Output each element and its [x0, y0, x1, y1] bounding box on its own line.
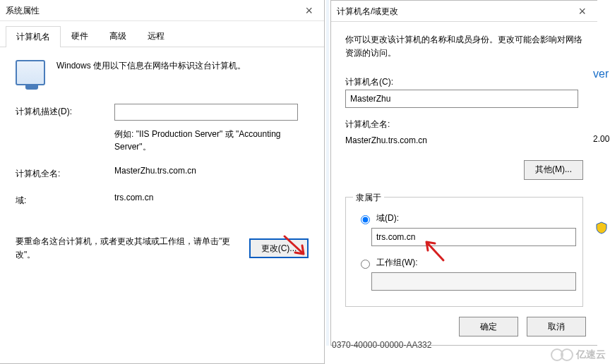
- computer-name-label: 计算机名(C):: [345, 75, 583, 89]
- computer-icon: [16, 60, 45, 85]
- rename-text: 要重命名这台计算机，或者更改其域或工作组，请单击"更改"。: [16, 235, 238, 262]
- domain-label: 域:: [16, 193, 114, 207]
- close-icon[interactable]: ×: [299, 0, 318, 21]
- domain-change-dialog: 计算机名/域更改 × 你可以更改该计算机的名称和成员身份。更改可能会影响对网络资…: [330, 0, 597, 346]
- workgroup-input: [371, 272, 576, 291]
- fieldset-legend: 隶属于: [353, 191, 384, 205]
- member-of-group: 隶属于 域(D): 工作组(W):: [345, 197, 583, 307]
- domain-value: trs.com.cn: [114, 193, 309, 202]
- fullname-value: MasterZhu.trs.com.cn: [114, 166, 309, 176]
- background-text: 2.00: [593, 134, 609, 144]
- titlebar: 计算机名/域更改 ×: [331, 1, 597, 22]
- workgroup-radio-label: 工作组(W):: [376, 256, 418, 269]
- intro-text: Windows 使用以下信息在网络中标识这台计算机。: [56, 60, 246, 72]
- domain-radio[interactable]: [361, 215, 370, 224]
- workgroup-radio[interactable]: [361, 260, 370, 269]
- system-properties-dialog: 系统属性 × 计算机名 硬件 高级 远程 Windows 使用以下信息在网络中标…: [0, 0, 325, 364]
- watermark: 亿速云: [551, 348, 606, 361]
- cancel-button[interactable]: 取消: [527, 317, 586, 336]
- titlebar: 系统属性 ×: [0, 0, 324, 21]
- watermark-text: 亿速云: [576, 348, 606, 361]
- description-hint: 例如: "IIS Production Server" 或 "Accountin…: [114, 128, 309, 153]
- tab-advanced[interactable]: 高级: [99, 25, 137, 47]
- shield-icon: [596, 222, 607, 234]
- tabs: 计算机名 硬件 高级 远程: [0, 21, 324, 47]
- fullname-value: MasterZhu.trs.com.cn: [345, 134, 583, 147]
- computer-name-input[interactable]: [345, 90, 578, 108]
- tab-hardware[interactable]: 硬件: [61, 25, 99, 47]
- dialog-title: 系统属性: [6, 0, 40, 21]
- domain-input[interactable]: [371, 228, 576, 246]
- fullname-label: 计算机全名:: [345, 118, 583, 131]
- description-input[interactable]: [114, 104, 298, 121]
- tab-remote[interactable]: 远程: [137, 25, 175, 47]
- other-button[interactable]: 其他(M)...: [524, 160, 583, 180]
- info-text: 你可以更改该计算机的名称和成员身份。更改可能会影响对网络资源的访问。: [345, 33, 583, 60]
- background-serial: 0370-40000-00000-AA332: [332, 340, 431, 350]
- cloud-icon: [561, 348, 573, 361]
- ok-button[interactable]: 确定: [459, 317, 518, 336]
- domain-radio-label: 域(D):: [376, 212, 399, 225]
- dialog-title: 计算机名/域更改: [337, 1, 398, 22]
- change-button[interactable]: 更改(C)...: [249, 238, 309, 258]
- close-icon[interactable]: ×: [573, 1, 592, 22]
- tab-computer-name[interactable]: 计算机名: [6, 26, 61, 47]
- fullname-label: 计算机全名:: [16, 166, 114, 180]
- description-label: 计算机描述(D):: [16, 104, 114, 118]
- background-text: ver: [593, 68, 609, 80]
